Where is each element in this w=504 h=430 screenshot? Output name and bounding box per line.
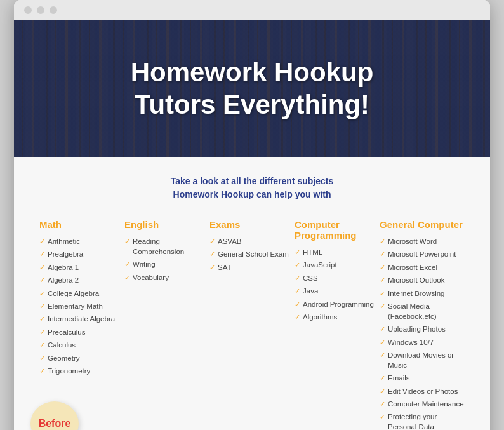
check-icon: ✓ (380, 387, 385, 396)
before-label: Before (39, 418, 71, 429)
list-item-label: Download Movies or Music (388, 350, 465, 370)
column-math: Math✓Arithmetic✓Prealgebra✓Algebra 1✓Alg… (39, 219, 124, 430)
check-icon: ✓ (380, 237, 385, 246)
list-item: ✓CSS (295, 273, 380, 283)
check-icon: ✓ (209, 250, 215, 259)
check-icon: ✓ (39, 354, 45, 363)
list-item-label: Algorithms (303, 312, 337, 322)
list-item: ✓Emails (380, 373, 465, 383)
list-item: ✓Microsoft Word (380, 236, 465, 246)
browser-dot-2 (37, 6, 44, 14)
hero-section: Homework Hookup Tutors Everything! (14, 20, 490, 157)
check-icon: ✓ (39, 263, 45, 272)
check-icon: ✓ (380, 338, 385, 347)
list-item: ✓Download Movies or Music (380, 350, 465, 370)
check-icon: ✓ (380, 302, 385, 311)
column-title-exams: Exams (209, 219, 295, 230)
list-item: ✓Computer Maintenance (380, 399, 465, 409)
list-item: ✓Intermediate Algebra (39, 314, 124, 324)
list-item: ✓Algebra 2 (39, 275, 124, 285)
list-item-label: Microsoft Powerpoint (388, 249, 456, 259)
check-icon: ✓ (39, 366, 45, 376)
list-item-label: Edit Videos or Photos (388, 386, 458, 396)
check-icon: ✓ (124, 260, 130, 269)
column-list-english: ✓Reading Comprehension✓Writing✓Vocabular… (124, 236, 209, 283)
browser-dot-1 (24, 6, 32, 14)
list-item: ✓HTML (295, 247, 380, 257)
browser-chrome (14, 0, 490, 20)
list-item-label: Internet Browsing (388, 288, 445, 299)
list-item-label: Computer Maintenance (388, 399, 464, 409)
list-item: ✓Social Media (Facebook,etc) (380, 301, 465, 321)
subject-columns: Math✓Arithmetic✓Prealgebra✓Algebra 1✓Alg… (39, 219, 465, 430)
list-item: ✓Microsoft Outlook (380, 275, 465, 285)
list-item: ✓Java (295, 286, 380, 296)
list-item: ✓Windows 10/7 (380, 337, 465, 347)
check-icon: ✓ (295, 274, 300, 283)
list-item-label: HTML (303, 247, 322, 257)
list-item-label: Trigonometry (48, 366, 90, 376)
list-item-label: Elementary Math (48, 301, 103, 311)
list-item: ✓Geometry (39, 353, 124, 363)
list-item-label: College Algebra (48, 288, 99, 299)
list-item-label: JavaScript (303, 260, 337, 270)
subtitle-block: Take a look at all the different subject… (39, 175, 465, 201)
list-item: ✓Arithmetic (39, 236, 124, 246)
list-item-label: Algebra 1 (48, 262, 79, 272)
list-item: ✓Writing (124, 259, 209, 269)
check-icon: ✓ (39, 314, 45, 324)
check-icon: ✓ (380, 351, 385, 360)
list-item-label: Geometry (48, 353, 80, 363)
check-icon: ✓ (39, 289, 45, 299)
list-item-label: Vocabulary (133, 272, 169, 283)
list-item: ✓Calculus (39, 340, 124, 350)
browser-dot-3 (50, 6, 57, 14)
list-item: ✓College Algebra (39, 288, 124, 299)
list-item: ✓Microsoft Excel (380, 262, 465, 272)
list-item-label: SAT (218, 262, 232, 272)
list-item: ✓ASVAB (209, 236, 295, 246)
column-title-math: Math (39, 219, 124, 230)
check-icon: ✓ (39, 237, 45, 246)
check-icon: ✓ (380, 325, 385, 334)
list-item: ✓Prealgebra (39, 249, 124, 259)
list-item: ✓Algorithms (295, 312, 380, 322)
check-icon: ✓ (209, 237, 215, 246)
list-item-label: Uploading Photos (388, 324, 446, 334)
list-item: ✓Uploading Photos (380, 324, 465, 334)
column-title-general-computer: General Computer (380, 219, 465, 230)
list-item: ✓SAT (209, 262, 295, 272)
check-icon: ✓ (39, 328, 45, 337)
check-icon: ✓ (380, 289, 385, 299)
list-item-label: CSS (303, 273, 318, 283)
list-item-label: Microsoft Excel (388, 262, 437, 272)
list-item: ✓Edit Videos or Photos (380, 386, 465, 396)
check-icon: ✓ (209, 263, 215, 272)
list-item: ✓Elementary Math (39, 301, 124, 311)
column-list-computer-programming: ✓HTML✓JavaScript✓CSS✓Java✓Android Progra… (295, 247, 380, 322)
column-english: English✓Reading Comprehension✓Writing✓Vo… (124, 219, 209, 430)
subtitle-line2: Homework Hookup can help you with (39, 188, 465, 201)
list-item-label: Calculus (48, 340, 76, 350)
check-icon: ✓ (124, 273, 130, 283)
hero-title-line2: Tutors Everything! (131, 89, 374, 121)
check-icon: ✓ (39, 276, 45, 285)
list-item-label: Precalculus (48, 327, 85, 337)
list-item-label: Emails (388, 373, 410, 383)
hero-text-block: Homework Hookup Tutors Everything! (131, 57, 374, 121)
check-icon: ✓ (380, 263, 385, 272)
check-icon: ✓ (295, 300, 300, 309)
subtitle-line1: Take a look at all the different subject… (39, 175, 465, 188)
content-section: Take a look at all the different subject… (14, 157, 490, 430)
list-item: ✓Microsoft Powerpoint (380, 249, 465, 259)
list-item: ✓Reading Comprehension (124, 236, 209, 257)
column-list-exams: ✓ASVAB✓General School Exam✓SAT (209, 236, 295, 272)
list-item: ✓Android Programming (295, 299, 380, 309)
check-icon: ✓ (295, 260, 300, 270)
list-item-label: Protecting your Personal Data (388, 412, 465, 430)
column-title-computer-programming: Computer Programming (295, 219, 380, 241)
check-icon: ✓ (39, 250, 45, 259)
list-item-label: Microsoft Outlook (388, 275, 444, 285)
check-icon: ✓ (295, 286, 300, 296)
list-item: ✓JavaScript (295, 260, 380, 270)
